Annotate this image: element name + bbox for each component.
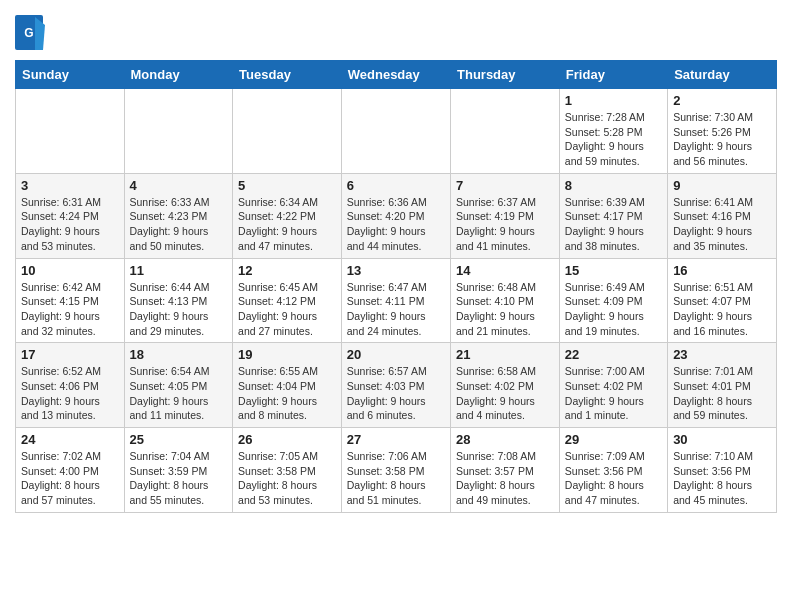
day-info: Sunrise: 7:10 AM Sunset: 3:56 PM Dayligh… [673,449,771,508]
day-number: 15 [565,263,662,278]
week-row-2: 3Sunrise: 6:31 AM Sunset: 4:24 PM Daylig… [16,173,777,258]
day-number: 20 [347,347,445,362]
svg-text:G: G [24,26,33,40]
day-info: Sunrise: 7:05 AM Sunset: 3:58 PM Dayligh… [238,449,336,508]
week-row-5: 24Sunrise: 7:02 AM Sunset: 4:00 PM Dayli… [16,428,777,513]
weekday-header-monday: Monday [124,61,233,89]
svg-marker-1 [35,17,45,50]
calendar-cell: 9Sunrise: 6:41 AM Sunset: 4:16 PM Daylig… [668,173,777,258]
calendar-cell: 12Sunrise: 6:45 AM Sunset: 4:12 PM Dayli… [233,258,342,343]
day-info: Sunrise: 7:00 AM Sunset: 4:02 PM Dayligh… [565,364,662,423]
day-number: 4 [130,178,228,193]
day-number: 13 [347,263,445,278]
day-info: Sunrise: 7:28 AM Sunset: 5:28 PM Dayligh… [565,110,662,169]
day-info: Sunrise: 7:09 AM Sunset: 3:56 PM Dayligh… [565,449,662,508]
weekday-header-tuesday: Tuesday [233,61,342,89]
day-info: Sunrise: 6:48 AM Sunset: 4:10 PM Dayligh… [456,280,554,339]
calendar-cell: 13Sunrise: 6:47 AM Sunset: 4:11 PM Dayli… [341,258,450,343]
day-number: 12 [238,263,336,278]
day-info: Sunrise: 6:44 AM Sunset: 4:13 PM Dayligh… [130,280,228,339]
day-number: 28 [456,432,554,447]
day-number: 23 [673,347,771,362]
day-number: 1 [565,93,662,108]
day-number: 17 [21,347,119,362]
calendar-cell: 20Sunrise: 6:57 AM Sunset: 4:03 PM Dayli… [341,343,450,428]
calendar-cell: 11Sunrise: 6:44 AM Sunset: 4:13 PM Dayli… [124,258,233,343]
week-row-1: 1Sunrise: 7:28 AM Sunset: 5:28 PM Daylig… [16,89,777,174]
day-number: 24 [21,432,119,447]
day-info: Sunrise: 6:58 AM Sunset: 4:02 PM Dayligh… [456,364,554,423]
day-number: 19 [238,347,336,362]
day-info: Sunrise: 6:49 AM Sunset: 4:09 PM Dayligh… [565,280,662,339]
day-info: Sunrise: 6:45 AM Sunset: 4:12 PM Dayligh… [238,280,336,339]
calendar-cell [124,89,233,174]
day-info: Sunrise: 6:54 AM Sunset: 4:05 PM Dayligh… [130,364,228,423]
logo-icon: G [15,15,45,50]
calendar-cell: 27Sunrise: 7:06 AM Sunset: 3:58 PM Dayli… [341,428,450,513]
logo: G [15,15,49,50]
calendar-cell: 24Sunrise: 7:02 AM Sunset: 4:00 PM Dayli… [16,428,125,513]
page-container: G SundayMondayTuesdayWednesdayThursdayFr… [0,0,792,528]
calendar-cell [16,89,125,174]
day-info: Sunrise: 6:31 AM Sunset: 4:24 PM Dayligh… [21,195,119,254]
weekday-header-thursday: Thursday [451,61,560,89]
calendar-cell: 7Sunrise: 6:37 AM Sunset: 4:19 PM Daylig… [451,173,560,258]
day-number: 14 [456,263,554,278]
day-number: 2 [673,93,771,108]
day-number: 30 [673,432,771,447]
day-info: Sunrise: 6:37 AM Sunset: 4:19 PM Dayligh… [456,195,554,254]
day-info: Sunrise: 7:04 AM Sunset: 3:59 PM Dayligh… [130,449,228,508]
page-header: G [15,10,777,50]
day-info: Sunrise: 6:36 AM Sunset: 4:20 PM Dayligh… [347,195,445,254]
calendar-cell: 30Sunrise: 7:10 AM Sunset: 3:56 PM Dayli… [668,428,777,513]
day-number: 11 [130,263,228,278]
week-row-4: 17Sunrise: 6:52 AM Sunset: 4:06 PM Dayli… [16,343,777,428]
day-number: 9 [673,178,771,193]
calendar-cell: 10Sunrise: 6:42 AM Sunset: 4:15 PM Dayli… [16,258,125,343]
week-row-3: 10Sunrise: 6:42 AM Sunset: 4:15 PM Dayli… [16,258,777,343]
weekday-header-saturday: Saturday [668,61,777,89]
day-info: Sunrise: 6:34 AM Sunset: 4:22 PM Dayligh… [238,195,336,254]
weekday-header-sunday: Sunday [16,61,125,89]
day-number: 25 [130,432,228,447]
calendar-cell: 6Sunrise: 6:36 AM Sunset: 4:20 PM Daylig… [341,173,450,258]
day-number: 16 [673,263,771,278]
day-info: Sunrise: 6:39 AM Sunset: 4:17 PM Dayligh… [565,195,662,254]
calendar-cell: 5Sunrise: 6:34 AM Sunset: 4:22 PM Daylig… [233,173,342,258]
calendar-cell: 1Sunrise: 7:28 AM Sunset: 5:28 PM Daylig… [559,89,667,174]
day-info: Sunrise: 6:55 AM Sunset: 4:04 PM Dayligh… [238,364,336,423]
day-info: Sunrise: 7:30 AM Sunset: 5:26 PM Dayligh… [673,110,771,169]
day-number: 18 [130,347,228,362]
day-info: Sunrise: 7:06 AM Sunset: 3:58 PM Dayligh… [347,449,445,508]
calendar-cell [451,89,560,174]
day-info: Sunrise: 7:01 AM Sunset: 4:01 PM Dayligh… [673,364,771,423]
weekday-header-row: SundayMondayTuesdayWednesdayThursdayFrid… [16,61,777,89]
day-number: 7 [456,178,554,193]
calendar-cell: 2Sunrise: 7:30 AM Sunset: 5:26 PM Daylig… [668,89,777,174]
calendar-cell [341,89,450,174]
calendar-cell: 23Sunrise: 7:01 AM Sunset: 4:01 PM Dayli… [668,343,777,428]
calendar-cell: 4Sunrise: 6:33 AM Sunset: 4:23 PM Daylig… [124,173,233,258]
calendar-cell: 19Sunrise: 6:55 AM Sunset: 4:04 PM Dayli… [233,343,342,428]
day-number: 27 [347,432,445,447]
day-info: Sunrise: 7:08 AM Sunset: 3:57 PM Dayligh… [456,449,554,508]
day-number: 6 [347,178,445,193]
calendar-cell: 29Sunrise: 7:09 AM Sunset: 3:56 PM Dayli… [559,428,667,513]
calendar-cell: 26Sunrise: 7:05 AM Sunset: 3:58 PM Dayli… [233,428,342,513]
day-number: 29 [565,432,662,447]
calendar-cell: 14Sunrise: 6:48 AM Sunset: 4:10 PM Dayli… [451,258,560,343]
day-info: Sunrise: 6:51 AM Sunset: 4:07 PM Dayligh… [673,280,771,339]
calendar-cell: 22Sunrise: 7:00 AM Sunset: 4:02 PM Dayli… [559,343,667,428]
weekday-header-friday: Friday [559,61,667,89]
weekday-header-wednesday: Wednesday [341,61,450,89]
calendar-cell: 21Sunrise: 6:58 AM Sunset: 4:02 PM Dayli… [451,343,560,428]
calendar-cell: 3Sunrise: 6:31 AM Sunset: 4:24 PM Daylig… [16,173,125,258]
calendar-cell: 18Sunrise: 6:54 AM Sunset: 4:05 PM Dayli… [124,343,233,428]
calendar-cell: 15Sunrise: 6:49 AM Sunset: 4:09 PM Dayli… [559,258,667,343]
day-number: 5 [238,178,336,193]
day-info: Sunrise: 6:33 AM Sunset: 4:23 PM Dayligh… [130,195,228,254]
day-number: 3 [21,178,119,193]
day-info: Sunrise: 6:41 AM Sunset: 4:16 PM Dayligh… [673,195,771,254]
calendar-cell: 25Sunrise: 7:04 AM Sunset: 3:59 PM Dayli… [124,428,233,513]
day-number: 26 [238,432,336,447]
